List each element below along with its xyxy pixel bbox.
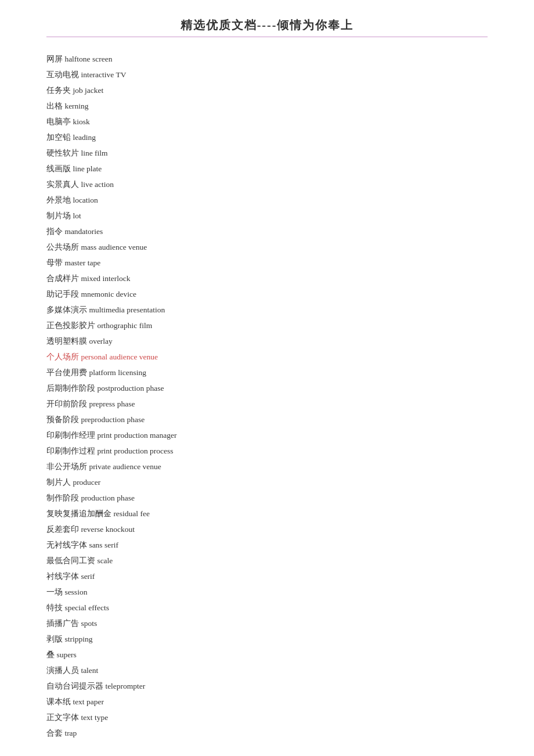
list-item: 母带 master tape (46, 255, 488, 271)
list-item: 开印前阶段 prepress phase (46, 396, 488, 412)
header-section: 精选优质文档----倾情为你奉上 (46, 17, 488, 46)
list-item: 线画版 line plate (46, 161, 488, 177)
list-item: 插播广告 spots (46, 615, 488, 631)
list-item: 透明塑料膜 overlay (46, 333, 488, 349)
list-item: 电脑亭 kiosk (46, 114, 488, 129)
list-item: 演播人员 talent (46, 663, 488, 678)
list-item: 硬性软片 line film (46, 145, 488, 161)
list-item: 互动电视 interactive TV (46, 67, 488, 82)
list-item: 平台使用费 platform licensing (46, 365, 488, 380)
list-item: 衬线字体 serif (46, 568, 488, 584)
list-item: 无衬线字体 sans serif (46, 537, 488, 553)
list-item: 多媒体演示 multimedia presentation (46, 302, 488, 318)
list-item: 合套 trap (46, 725, 488, 741)
list-item: 印刷制作过程 print production process (46, 443, 488, 459)
list-item: 正文字体 text type (46, 710, 488, 725)
list-item: 实景真人 live action (46, 177, 488, 192)
content-list: 网屏 halftone screen互动电视 interactive TV任务夹… (46, 51, 488, 741)
list-item: 最低合同工资 scale (46, 553, 488, 568)
list-item: 外景地 location (46, 192, 488, 208)
list-item: 复映复播追加酬金 residual fee (46, 506, 488, 521)
list-item: 特技 special effects (46, 600, 488, 615)
list-item: 加空铅 leading (46, 129, 488, 145)
list-item: 指令 mandatories (46, 224, 488, 239)
list-item: 非公开场所 private audience venue (46, 459, 488, 474)
list-item: 个人场所 personal audience venue (46, 349, 488, 365)
header-divider (46, 37, 488, 37)
list-item: 一场 session (46, 584, 488, 600)
list-item: 剥版 stripping (46, 631, 488, 647)
list-item: 合成样片 mixed interlock (46, 271, 488, 286)
list-item: 出格 kerning (46, 98, 488, 114)
list-item: 后期制作阶段 postproduction phase (46, 380, 488, 396)
list-item: 印刷制作经理 print production manager (46, 427, 488, 443)
list-item: 助记手段 mnemonic device (46, 286, 488, 302)
list-item: 任务夹 job jacket (46, 82, 488, 98)
list-item: 叠 supers (46, 647, 488, 663)
list-item: 预备阶段 preproduction phase (46, 412, 488, 427)
list-item: 制片人 producer (46, 474, 488, 490)
page-container: 精选优质文档----倾情为你奉上 网屏 halftone screen互动电视 … (0, 0, 534, 756)
list-item: 制作阶段 production phase (46, 490, 488, 506)
list-item: 网屏 halftone screen (46, 51, 488, 67)
list-item: 自动台词提示器 teleprompter (46, 678, 488, 694)
list-item: 公共场所 mass audience venue (46, 239, 488, 255)
list-item: 课本纸 text paper (46, 694, 488, 710)
list-item: 正色投影胶片 orthographic film (46, 318, 488, 333)
list-item: 制片场 lot (46, 208, 488, 224)
header-title: 精选优质文档----倾情为你奉上 (46, 17, 488, 33)
list-item: 反差套印 reverse knockout (46, 521, 488, 537)
